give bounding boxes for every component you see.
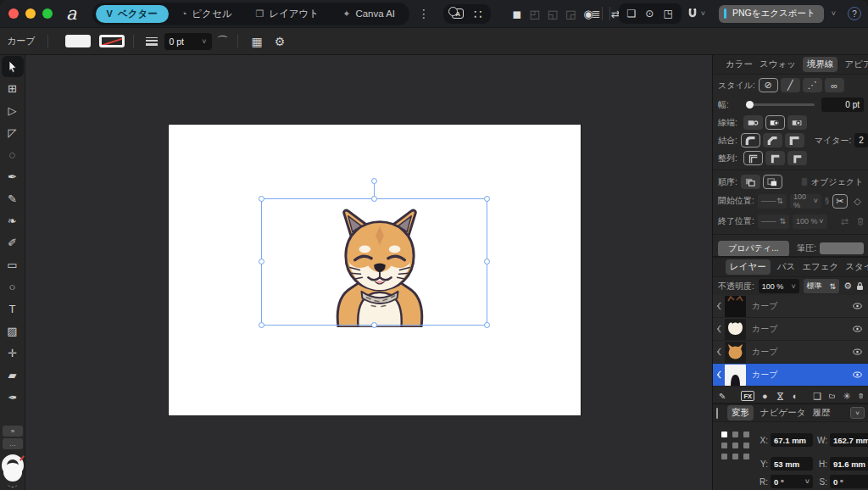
rectangle-tool[interactable]: ▭ bbox=[2, 254, 24, 276]
join-miter-button[interactable] bbox=[785, 133, 804, 148]
pressure-profile-button[interactable] bbox=[820, 242, 864, 254]
group-folder-icon[interactable] bbox=[829, 392, 835, 400]
h-field[interactable]: 91.6 mm bbox=[830, 457, 868, 471]
insert-inside-icon[interactable]: ⊙ bbox=[645, 8, 654, 19]
character-panel-icon[interactable]: A bbox=[452, 8, 464, 19]
paint-brush-tool[interactable]: ✐ bbox=[2, 232, 24, 253]
grid-toggle-icon[interactable]: ∷ bbox=[474, 8, 482, 20]
fill-stroke-selector[interactable] bbox=[0, 454, 25, 488]
tab-navigator[interactable]: ナビゲータ bbox=[760, 407, 805, 419]
shape-tool[interactable]: ○ bbox=[2, 276, 24, 298]
scissors-button[interactable]: ✂ bbox=[832, 194, 848, 209]
join-bevel-button[interactable] bbox=[763, 133, 782, 148]
width-slider[interactable] bbox=[747, 103, 815, 106]
boolean-intersect-icon[interactable]: ◱ bbox=[548, 8, 558, 19]
point-transform-tool[interactable]: ✛ bbox=[2, 342, 24, 364]
artboard-tool[interactable]: ⊞ bbox=[2, 78, 24, 99]
settings-gear-icon[interactable]: ⚙ bbox=[275, 36, 286, 47]
order-behind-button[interactable] bbox=[741, 175, 760, 189]
persona-tab-layout[interactable]: ❐ レイアウト bbox=[244, 5, 330, 23]
opacity-dropdown[interactable]: 100 % ˅ bbox=[759, 279, 799, 293]
start-percent-dropdown[interactable]: 100 % ˅ bbox=[790, 194, 821, 209]
align-center-button[interactable] bbox=[743, 151, 763, 165]
layer-row[interactable]: カーブ bbox=[713, 318, 868, 341]
stroke-swatch[interactable] bbox=[99, 35, 125, 47]
live-filter-icon[interactable]: ◐ bbox=[793, 391, 798, 401]
canvas[interactable] bbox=[25, 55, 712, 490]
fill-color-circle[interactable] bbox=[3, 463, 22, 482]
lock-icon[interactable] bbox=[856, 281, 864, 291]
x-field[interactable]: 67.1 mm bbox=[771, 433, 813, 447]
visibility-eye-icon[interactable] bbox=[853, 326, 862, 332]
style-dashed-button[interactable]: ⋰ bbox=[803, 78, 822, 92]
blend-mode-dropdown[interactable]: 標準 ⇅ bbox=[804, 279, 839, 293]
rotation-field[interactable]: 0 ° ˅ bbox=[771, 475, 813, 488]
selection-handle-se[interactable] bbox=[484, 322, 490, 328]
layer-row-selected[interactable]: カーブ bbox=[713, 364, 868, 387]
visibility-eye-icon[interactable] bbox=[853, 348, 862, 355]
fill-swatch[interactable] bbox=[65, 35, 91, 47]
stroke-width-dropdown[interactable]: 0 pt ˅ bbox=[164, 33, 212, 50]
help-icon[interactable]: ? bbox=[848, 7, 861, 20]
expand-tools-button[interactable]: » bbox=[3, 426, 23, 437]
scale-with-object-checkbox[interactable] bbox=[801, 177, 808, 187]
cap-square-button[interactable] bbox=[787, 115, 807, 130]
zoom-button[interactable] bbox=[42, 8, 53, 19]
persona-tab-pixel[interactable]: ◔ ピクセル bbox=[170, 5, 243, 23]
layer-row[interactable]: カーブ bbox=[713, 341, 868, 364]
layer-row[interactable]: カーブ bbox=[713, 295, 868, 318]
insert-behind-icon[interactable]: ❏ bbox=[627, 8, 637, 19]
selection-handle-sw[interactable] bbox=[259, 322, 264, 328]
panel-menu-chevron-icon[interactable]: ˅ bbox=[850, 407, 865, 419]
color-picker-tool[interactable]: ✒ bbox=[2, 387, 24, 408]
tab-stroke[interactable]: 境界線 bbox=[803, 57, 838, 72]
boolean-subtract-icon[interactable]: ◰ bbox=[529, 8, 539, 19]
transform-tool[interactable]: ◌ bbox=[2, 144, 24, 165]
mask-layer-icon[interactable]: ● bbox=[762, 391, 768, 401]
pattern-icon[interactable]: ✳ bbox=[843, 391, 850, 402]
miter-value-field[interactable]: 2 bbox=[854, 133, 868, 148]
selection-handle-s[interactable] bbox=[371, 322, 377, 328]
join-round-button[interactable] bbox=[741, 133, 760, 148]
boolean-add-icon[interactable]: ◼ bbox=[513, 8, 522, 19]
export-options-chevron-icon[interactable]: ˅ bbox=[832, 9, 836, 18]
contour-tool[interactable]: ◸ bbox=[2, 122, 24, 143]
selection-handle-nw[interactable] bbox=[259, 196, 264, 202]
cap-round-button[interactable] bbox=[765, 115, 785, 130]
pencil-tool[interactable]: ✎ bbox=[2, 188, 24, 209]
selection-handle-ne[interactable] bbox=[484, 196, 490, 202]
alignment-icon[interactable]: ≣ bbox=[592, 8, 601, 19]
visibility-eye-icon[interactable] bbox=[853, 303, 862, 309]
pen-tool[interactable]: ✒ bbox=[2, 166, 24, 187]
persona-tab-vector[interactable]: V ベクター bbox=[96, 5, 169, 23]
cap-butt-button[interactable] bbox=[743, 115, 763, 130]
text-tool[interactable]: T bbox=[2, 298, 24, 320]
width-value-field[interactable]: 0 pt bbox=[821, 97, 864, 112]
end-line-style-dropdown[interactable]: —— ⇅ bbox=[758, 214, 789, 229]
edit-layer-icon[interactable]: ✎ bbox=[719, 392, 726, 401]
panel-grip[interactable] bbox=[716, 408, 718, 419]
persona-tab-canva-ai[interactable]: ✦ Canva AI bbox=[331, 6, 406, 22]
visibility-eye-icon[interactable] bbox=[853, 371, 862, 378]
align-inside-button[interactable] bbox=[765, 151, 785, 165]
snapping-control[interactable]: ˅ bbox=[687, 8, 705, 19]
align-outside-button[interactable] bbox=[787, 151, 807, 165]
eraser-tool[interactable]: ▰ bbox=[2, 365, 24, 386]
style-none-button[interactable]: ⊘ bbox=[759, 78, 778, 92]
selection-handle-w[interactable] bbox=[259, 259, 264, 264]
tab-transform[interactable]: 変形 bbox=[727, 405, 754, 420]
more-tools-button[interactable]: … bbox=[3, 438, 23, 449]
selection-box[interactable] bbox=[261, 198, 487, 326]
rotation-handle[interactable] bbox=[371, 178, 377, 184]
selection-handle-e[interactable] bbox=[484, 259, 490, 264]
insert-on-top-icon[interactable]: ◳ bbox=[663, 8, 672, 19]
width-slider-knob[interactable] bbox=[746, 101, 754, 109]
link-positions-icon[interactable]: § bbox=[825, 197, 829, 205]
shear-field[interactable]: 0 ° ˅ bbox=[830, 475, 868, 488]
add-layer-icon[interactable]: ❑ bbox=[813, 391, 821, 402]
w-field[interactable]: 162.7 mm bbox=[830, 433, 868, 447]
layer-settings-gear-icon[interactable]: ⚙ bbox=[843, 281, 852, 292]
pressure-node-button[interactable]: ◇ bbox=[851, 194, 864, 209]
delete-position-icon[interactable] bbox=[857, 216, 864, 226]
style-brush-button[interactable]: ∞ bbox=[825, 78, 844, 92]
